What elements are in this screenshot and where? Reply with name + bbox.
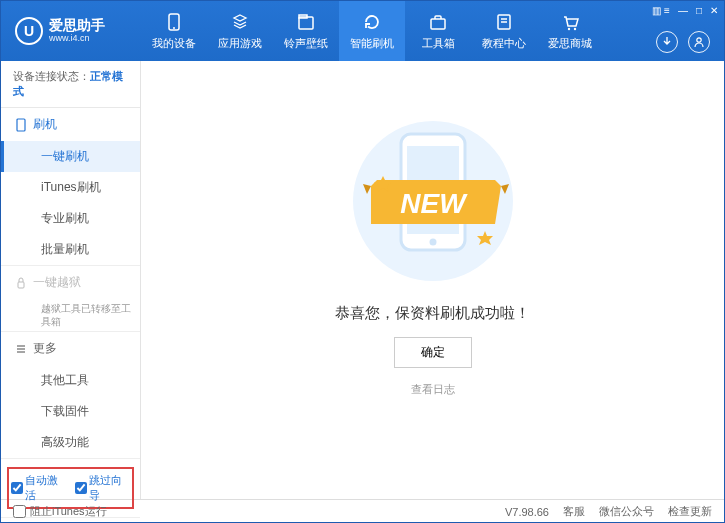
sidebar-group-label: 更多: [33, 340, 57, 357]
svg-rect-10: [18, 282, 24, 288]
nav-label: 爱思商城: [548, 36, 592, 51]
sidebar-group-head[interactable]: 一键越狱: [1, 266, 140, 299]
app-name: 爱思助手: [49, 18, 105, 33]
nav-label: 应用游戏: [218, 36, 262, 51]
checkbox-input[interactable]: [75, 482, 87, 494]
app-header: U 爱思助手 www.i4.cn 我的设备应用游戏铃声壁纸智能刷机工具箱教程中心…: [1, 1, 724, 61]
maximize-button[interactable]: □: [696, 5, 702, 16]
sidebar-group-label: 刷机: [33, 116, 57, 133]
download-icon[interactable]: [656, 31, 678, 53]
sidebar-group-label: 一键越狱: [33, 274, 81, 291]
sidebar-item[interactable]: 专业刷机: [1, 203, 140, 234]
block-itunes-input[interactable]: [13, 505, 26, 518]
nav-label: 工具箱: [422, 36, 455, 51]
version-label: V7.98.66: [505, 506, 549, 518]
svg-rect-9: [17, 119, 25, 131]
checkbox-label: 自动激活: [25, 473, 67, 503]
nav-phone[interactable]: 我的设备: [141, 1, 207, 61]
status-label: 设备连接状态：: [13, 70, 90, 82]
sidebar-item[interactable]: iTunes刷机: [1, 172, 140, 203]
sidebar-group-head[interactable]: 刷机: [1, 108, 140, 141]
sidebar-item[interactable]: 高级功能: [1, 427, 140, 458]
close-button[interactable]: ✕: [710, 5, 718, 16]
nav-label: 教程中心: [482, 36, 526, 51]
nav-book[interactable]: 教程中心: [471, 1, 537, 61]
option-checkbox[interactable]: 自动激活: [11, 473, 67, 503]
folder-icon: [296, 12, 316, 32]
view-log-link[interactable]: 查看日志: [411, 382, 455, 397]
option-checkbox[interactable]: 跳过向导: [75, 473, 131, 503]
nav-folder[interactable]: 铃声壁纸: [273, 1, 339, 61]
svg-point-1: [173, 27, 175, 29]
nav-refresh[interactable]: 智能刷机: [339, 1, 405, 61]
svg-text:NEW: NEW: [400, 188, 468, 219]
nav-label: 铃声壁纸: [284, 36, 328, 51]
nav-cart[interactable]: 爱思商城: [537, 1, 603, 61]
apps-icon: [230, 12, 250, 32]
checkbox-label: 跳过向导: [89, 473, 131, 503]
top-nav: 我的设备应用游戏铃声壁纸智能刷机工具箱教程中心爱思商城: [141, 1, 603, 61]
logo-icon: U: [15, 17, 43, 45]
sidebar-item[interactable]: 一键刷机: [1, 141, 140, 172]
block-itunes-label: 阻止iTunes运行: [30, 504, 107, 519]
app-url: www.i4.cn: [49, 34, 105, 44]
cart-icon: [560, 12, 580, 32]
nav-label: 智能刷机: [350, 36, 394, 51]
svg-rect-4: [431, 19, 445, 29]
success-illustration: NEW: [333, 116, 533, 286]
sidebar-item[interactable]: 其他工具: [1, 365, 140, 396]
svg-rect-2: [299, 17, 313, 29]
nav-briefcase[interactable]: 工具箱: [405, 1, 471, 61]
sidebar: 设备连接状态：正常模式 刷机一键刷机iTunes刷机专业刷机批量刷机一键越狱越狱…: [1, 61, 141, 499]
briefcase-icon: [428, 12, 448, 32]
ok-button[interactable]: 确定: [394, 337, 472, 368]
svg-point-15: [429, 239, 436, 246]
sidebar-item: 越狱工具已转移至工具箱: [1, 299, 140, 331]
main-content: NEW 恭喜您，保资料刷机成功啦！ 确定 查看日志: [141, 61, 724, 499]
success-message: 恭喜您，保资料刷机成功啦！: [335, 304, 530, 323]
window-controls: ▥ ≡ — □ ✕: [652, 5, 718, 16]
nav-label: 我的设备: [152, 36, 196, 51]
svg-point-7: [574, 27, 576, 29]
phone-icon: [164, 12, 184, 32]
block-itunes-checkbox[interactable]: 阻止iTunes运行: [13, 504, 107, 519]
nav-apps[interactable]: 应用游戏: [207, 1, 273, 61]
app-logo: U 爱思助手 www.i4.cn: [1, 1, 141, 61]
checkbox-input[interactable]: [11, 482, 23, 494]
svg-point-8: [697, 38, 701, 42]
minimize-button[interactable]: —: [678, 5, 688, 16]
refresh-icon: [362, 12, 382, 32]
sidebar-item[interactable]: 批量刷机: [1, 234, 140, 265]
connection-status: 设备连接状态：正常模式: [1, 61, 140, 108]
sidebar-group-head[interactable]: 更多: [1, 332, 140, 365]
menu-icon[interactable]: ▥ ≡: [652, 5, 670, 16]
service-link[interactable]: 客服: [563, 504, 585, 519]
wechat-link[interactable]: 微信公众号: [599, 504, 654, 519]
book-icon: [494, 12, 514, 32]
user-icon[interactable]: [688, 31, 710, 53]
sidebar-item[interactable]: 下载固件: [1, 396, 140, 427]
svg-point-6: [568, 27, 570, 29]
update-link[interactable]: 检查更新: [668, 504, 712, 519]
